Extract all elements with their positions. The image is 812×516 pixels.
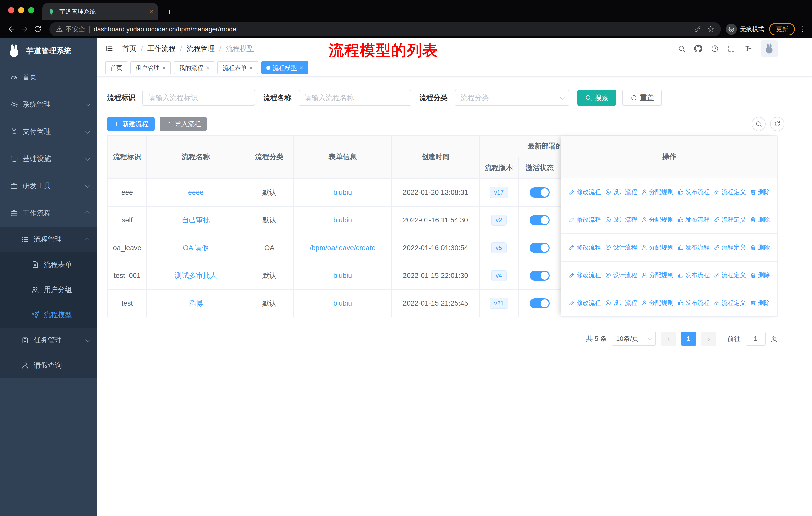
- process-name-input[interactable]: [298, 90, 411, 106]
- sidebar-item-workflow[interactable]: 工作流程: [0, 199, 97, 227]
- op-delete-link[interactable]: 删除: [750, 243, 770, 251]
- browser-tab[interactable]: 芋道管理系统 ×: [42, 3, 158, 20]
- sidebar-item-system[interactable]: 系统管理: [0, 91, 97, 118]
- op-publish-link[interactable]: 发布流程: [677, 216, 709, 224]
- op-delete-link[interactable]: 删除: [750, 188, 770, 196]
- tab-close-icon[interactable]: ×: [149, 8, 153, 15]
- address-bar[interactable]: 不安全 dashboard.yudao.iocoder.cn/bpm/manag…: [49, 22, 721, 36]
- tag-my-process[interactable]: 我的流程×: [174, 61, 214, 74]
- breadcrumb-process-management[interactable]: 流程管理: [187, 44, 215, 53]
- password-key-icon[interactable]: [694, 25, 701, 33]
- op-modify-link[interactable]: 修改流程: [569, 216, 601, 224]
- sidebar-item-process-management[interactable]: 流程管理: [0, 227, 97, 252]
- sidebar-item-home[interactable]: 首页: [0, 63, 97, 91]
- current-page-button[interactable]: 1: [681, 332, 696, 346]
- status-toggle[interactable]: [529, 187, 550, 197]
- sidebar-item-devtools[interactable]: 研发工具: [0, 172, 97, 199]
- close-icon[interactable]: ×: [162, 64, 166, 71]
- sidebar-item-process-model[interactable]: 流程模型: [0, 302, 97, 328]
- maximize-window-button[interactable]: [28, 7, 34, 13]
- cell-process-name-link[interactable]: eeee: [147, 179, 245, 207]
- close-icon[interactable]: ×: [249, 64, 253, 71]
- op-publish-link[interactable]: 发布流程: [677, 299, 709, 307]
- op-publish-link[interactable]: 发布流程: [677, 188, 709, 196]
- goto-page-input[interactable]: [746, 332, 766, 346]
- op-definition-link[interactable]: 流程定义: [714, 299, 746, 307]
- macos-window-controls[interactable]: [8, 7, 34, 13]
- new-tab-button[interactable]: +: [164, 7, 175, 17]
- sidebar-collapse-icon[interactable]: [105, 45, 113, 53]
- cell-process-name-link[interactable]: OA 请假: [147, 234, 245, 262]
- tag-home[interactable]: 首页: [105, 61, 127, 74]
- reload-icon[interactable]: [31, 23, 44, 36]
- op-publish-link[interactable]: 发布流程: [677, 243, 709, 251]
- cell-form-info-link[interactable]: biubiu: [294, 262, 392, 290]
- op-design-link[interactable]: 设计流程: [605, 271, 637, 279]
- create-process-button[interactable]: 新建流程: [107, 117, 154, 131]
- op-assign-rule-link[interactable]: 分配规则: [641, 271, 673, 279]
- op-definition-link[interactable]: 流程定义: [714, 216, 746, 224]
- user-avatar[interactable]: [761, 40, 778, 57]
- status-toggle[interactable]: [529, 271, 550, 281]
- prev-page-button[interactable]: ‹: [661, 332, 676, 346]
- page-size-select[interactable]: 10条/页: [612, 332, 656, 346]
- op-assign-rule-link[interactable]: 分配规则: [641, 299, 673, 307]
- show-search-button[interactable]: [752, 117, 766, 131]
- browser-menu-icon[interactable]: [799, 25, 807, 33]
- security-status[interactable]: 不安全: [56, 25, 85, 34]
- op-assign-rule-link[interactable]: 分配规则: [641, 243, 673, 251]
- browser-update-button[interactable]: 更新: [769, 23, 795, 35]
- op-design-link[interactable]: 设计流程: [605, 216, 637, 224]
- op-definition-link[interactable]: 流程定义: [714, 271, 746, 279]
- cell-form-info-link[interactable]: biubiu: [294, 207, 392, 234]
- op-definition-link[interactable]: 流程定义: [714, 188, 746, 196]
- font-size-icon[interactable]: [744, 45, 752, 53]
- sidebar-item-user-group[interactable]: 用户分组: [0, 277, 97, 302]
- close-window-button[interactable]: [8, 7, 14, 13]
- breadcrumb-workflow[interactable]: 工作流程: [147, 44, 176, 53]
- cell-form-info-link[interactable]: biubiu: [294, 179, 392, 207]
- breadcrumb-home[interactable]: 首页: [122, 44, 137, 53]
- reset-button[interactable]: 重置: [622, 90, 662, 106]
- op-assign-rule-link[interactable]: 分配规则: [641, 188, 673, 196]
- search-icon[interactable]: [677, 45, 686, 53]
- tag-process-model[interactable]: 流程模型×: [261, 61, 308, 74]
- op-design-link[interactable]: 设计流程: [605, 243, 637, 251]
- op-modify-link[interactable]: 修改流程: [569, 243, 601, 251]
- op-delete-link[interactable]: 删除: [750, 271, 770, 279]
- op-delete-link[interactable]: 删除: [750, 216, 770, 224]
- cell-form-info-link[interactable]: /bpm/oa/leave/create: [294, 234, 392, 262]
- back-icon[interactable]: [5, 23, 18, 36]
- op-assign-rule-link[interactable]: 分配规则: [641, 216, 673, 224]
- tag-tenant-management[interactable]: 租户管理×: [130, 61, 171, 74]
- github-icon[interactable]: [694, 45, 702, 53]
- status-toggle[interactable]: [529, 215, 550, 225]
- op-modify-link[interactable]: 修改流程: [569, 271, 601, 279]
- fullscreen-icon[interactable]: [727, 45, 735, 53]
- op-definition-link[interactable]: 流程定义: [714, 243, 746, 251]
- op-design-link[interactable]: 设计流程: [605, 188, 637, 196]
- close-icon[interactable]: ×: [299, 64, 303, 71]
- status-toggle[interactable]: [529, 243, 550, 253]
- next-page-button[interactable]: ›: [701, 332, 716, 346]
- process-id-input[interactable]: [142, 90, 255, 106]
- forward-icon[interactable]: [18, 23, 31, 36]
- tag-process-form[interactable]: 流程表单×: [218, 61, 258, 74]
- op-delete-link[interactable]: 删除: [750, 299, 770, 307]
- import-process-button[interactable]: 导入流程: [160, 117, 207, 131]
- op-publish-link[interactable]: 发布流程: [677, 271, 709, 279]
- bookmark-star-icon[interactable]: [707, 25, 714, 33]
- cell-form-info-link[interactable]: biubiu: [294, 290, 392, 318]
- minimize-window-button[interactable]: [18, 7, 24, 13]
- process-category-select[interactable]: 流程分类: [455, 90, 569, 106]
- op-modify-link[interactable]: 修改流程: [569, 188, 601, 196]
- refresh-table-button[interactable]: [770, 117, 784, 131]
- sidebar-item-task-management[interactable]: 任务管理: [0, 328, 97, 353]
- cell-process-name-link[interactable]: 滔博: [147, 290, 245, 318]
- search-button[interactable]: 搜索: [577, 90, 616, 106]
- sidebar-item-leave-query[interactable]: 请假查询: [0, 353, 97, 378]
- url-text[interactable]: dashboard.yudao.iocoder.cn/bpm/manager/m…: [94, 25, 690, 33]
- op-modify-link[interactable]: 修改流程: [569, 299, 601, 307]
- cell-process-name-link[interactable]: 自己审批: [147, 207, 245, 234]
- sidebar-item-payment[interactable]: 支付管理: [0, 118, 97, 145]
